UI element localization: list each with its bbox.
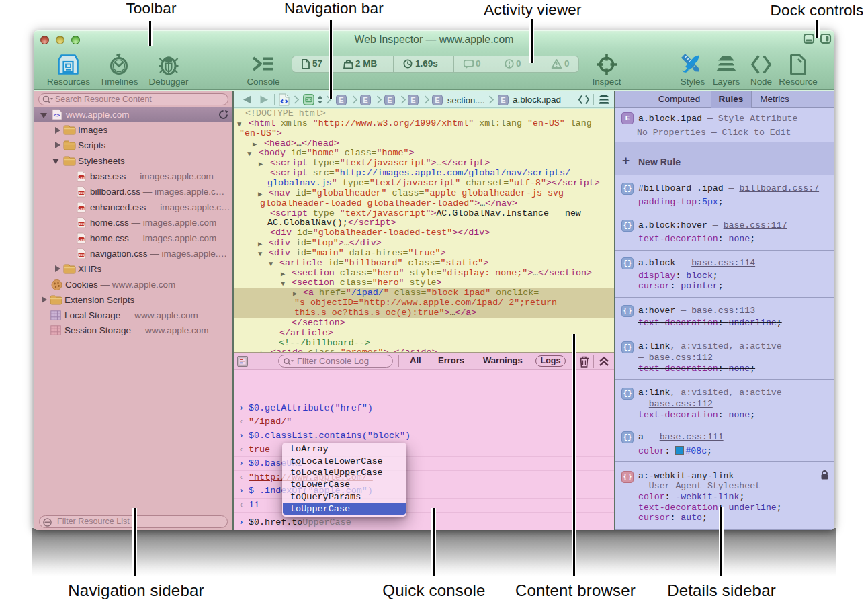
svg-text:css: css: [78, 191, 84, 195]
svg-text:css: css: [78, 237, 84, 241]
svg-text:E: E: [363, 96, 367, 104]
svg-text:E: E: [339, 96, 343, 104]
svg-text:css: css: [78, 175, 84, 179]
svg-text:css: css: [78, 222, 84, 226]
svg-text:E: E: [410, 96, 415, 104]
svg-text:css: css: [78, 253, 84, 257]
svg-text:E: E: [387, 96, 392, 104]
svg-text:E: E: [435, 96, 439, 104]
svg-text:css: css: [78, 206, 84, 210]
svg-text:<>: <>: [54, 112, 60, 118]
svg-text:E: E: [501, 96, 505, 104]
